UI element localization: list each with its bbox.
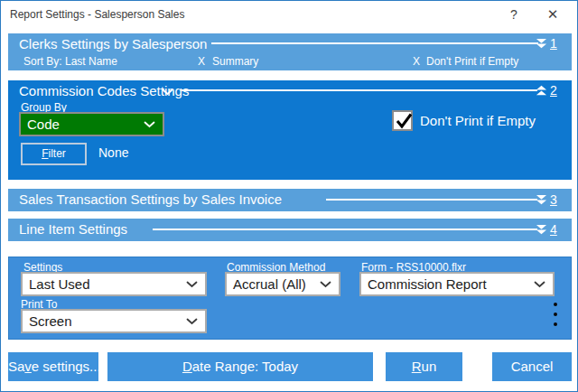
form-select[interactable]: Commission Report [359, 272, 555, 296]
check-icon [395, 112, 415, 130]
title-bar: Report Settings - Salesperson Sales ? ✕ [1, 1, 577, 28]
clerks-dont-print-label: Don't Print if Empty [426, 53, 518, 70]
chevron-down-icon[interactable] [162, 89, 173, 96]
chevron-down-icon [186, 318, 198, 325]
clerks-summary-mark: X [198, 53, 205, 70]
settings-value: Last Used [29, 274, 90, 294]
header-rule [326, 199, 537, 201]
more-options-ellipsis-icon[interactable] [554, 303, 558, 332]
print-to-select[interactable]: Screen [21, 309, 207, 333]
commission-method-value: Accrual (All) [233, 274, 306, 294]
clerks-sort-by: Sort By: Last Name [23, 53, 117, 70]
filter-value: None [98, 145, 128, 160]
section-line-item[interactable]: Line Item Settings 4 [8, 219, 572, 241]
header-rule [153, 229, 537, 230]
window-title: Report Settings - Salesperson Sales [10, 1, 184, 28]
section-clerks-title: Clerks Settings by Salesperson [19, 33, 207, 55]
section-sales-title: Sales Transaction Settings by Sales Invo… [19, 189, 282, 210]
dont-print-if-empty-label: Don't Print if Empty [420, 110, 536, 131]
chevron-down-icon [144, 121, 155, 128]
section-number-4[interactable]: 4 [550, 223, 557, 236]
section-number-2[interactable]: 2 [550, 84, 557, 97]
section-commission-codes: Commission Codes Settings 2 Group By Cod… [8, 80, 572, 180]
run-button[interactable]: Run [386, 352, 462, 381]
save-settings-button[interactable]: Save settings... [8, 352, 98, 381]
chevron-down-icon [320, 281, 331, 288]
form-value: Commission Report [368, 274, 487, 294]
section-number-3[interactable]: 3 [550, 193, 557, 206]
dont-print-if-empty-checkbox[interactable] [392, 110, 413, 131]
report-settings-dialog: Report Settings - Salesperson Sales ? ✕ … [0, 0, 578, 392]
filter-button[interactable]: Filter [21, 143, 87, 165]
commission-method-select[interactable]: Accrual (All) [225, 272, 340, 296]
group-by-value: Code [27, 114, 60, 135]
header-rule [182, 89, 537, 91]
section-lineitem-title: Line Item Settings [19, 219, 127, 240]
group-by-select[interactable]: Code [19, 112, 164, 136]
cancel-button[interactable]: Cancel [492, 352, 572, 381]
help-button[interactable]: ? [499, 1, 528, 28]
section-sales-transaction[interactable]: Sales Transaction Settings by Sales Invo… [8, 189, 572, 211]
collapse-double-down-icon[interactable] [536, 224, 547, 236]
collapse-double-down-icon[interactable] [536, 38, 547, 50]
print-to-value: Screen [29, 311, 72, 331]
close-button[interactable]: ✕ [536, 1, 570, 28]
chevron-down-icon [186, 281, 198, 288]
chevron-down-icon [534, 281, 545, 288]
clerks-summary-label: Summary [212, 53, 258, 70]
section-number-1[interactable]: 1 [550, 37, 557, 50]
date-range-button[interactable]: Date Range: Today [107, 352, 373, 381]
header-rule [211, 42, 538, 44]
collapse-double-down-icon[interactable] [536, 194, 547, 206]
settings-select[interactable]: Last Used [21, 272, 207, 296]
collapse-double-up-icon[interactable] [536, 85, 547, 97]
section-clerks-settings[interactable]: Clerks Settings by Salesperson 1 Sort By… [8, 33, 572, 70]
clerks-dont-print-mark: X [413, 53, 420, 70]
